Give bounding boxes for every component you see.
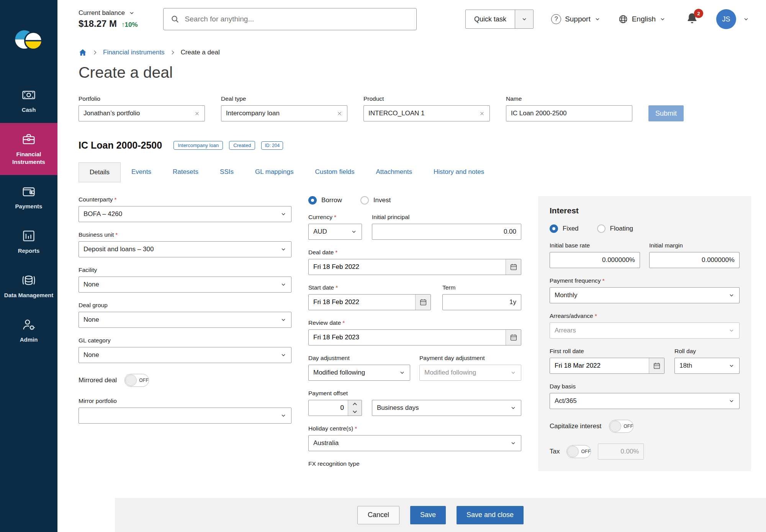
deal-date-input[interactable] [309, 259, 506, 275]
currency-select[interactable]: AUD [308, 224, 362, 240]
quick-task-dropdown[interactable] [515, 10, 533, 28]
business-unit-select[interactable]: Deposit and loans – 300 [79, 241, 291, 257]
save-button[interactable]: Save [410, 506, 446, 524]
language-menu[interactable]: English [618, 14, 666, 24]
sidebar-item-admin[interactable]: Admin [0, 308, 57, 353]
submit-button[interactable]: Submit [648, 105, 684, 121]
portfolio-value: Jonathan’s portfolio [83, 110, 140, 117]
initial-principal-input[interactable] [372, 224, 521, 240]
notification-badge: 2 [694, 9, 703, 18]
facility-select[interactable]: None [79, 277, 291, 293]
mirrored-deal-toggle[interactable]: OFF [124, 374, 149, 387]
arrears-advance-value: Arrears [555, 327, 576, 334]
product-combobox[interactable]: INTERCO_LOAN 1 [363, 105, 490, 121]
balance-value: $18.27 M [79, 18, 117, 29]
fixed-radio[interactable]: Fixed [550, 224, 579, 233]
wallet-icon [21, 184, 36, 199]
details-middle-column: Borrow Invest Currency* AUD [308, 196, 521, 467]
account-menu-chevron-icon[interactable] [743, 16, 749, 22]
clear-icon[interactable] [194, 111, 200, 116]
notifications-button[interactable]: 2 [686, 12, 699, 26]
stepper-up-icon[interactable] [348, 400, 362, 408]
tab-gl-mappings[interactable]: GL mappings [244, 162, 304, 182]
borrow-radio[interactable]: Borrow [308, 196, 342, 205]
home-breadcrumb[interactable] [79, 48, 87, 57]
support-menu[interactable]: Support [551, 14, 601, 24]
review-date-field [308, 329, 521, 345]
tab-ratesets[interactable]: Ratesets [162, 162, 209, 182]
chevron-down-icon [280, 413, 286, 419]
payment-offset-input[interactable] [309, 400, 348, 416]
payment-day-adjustment-select-disabled: Modified following [419, 365, 521, 381]
initial-base-rate-input[interactable] [550, 252, 640, 268]
capitalize-interest-toggle[interactable]: OFF [609, 420, 633, 433]
sidebar-item-reports[interactable]: Reports [0, 219, 57, 264]
payment-frequency-label: Payment frequency* [550, 277, 740, 284]
tab-history-and-notes[interactable]: History and notes [423, 162, 495, 182]
radio-checked-icon [550, 224, 558, 233]
roll-day-value: 18th [679, 362, 692, 370]
holiday-centres-value: Australia [313, 439, 339, 447]
name-input[interactable] [506, 105, 632, 121]
quick-task-button[interactable]: Quick task [466, 10, 515, 28]
tab-attachments[interactable]: Attachments [365, 162, 423, 182]
review-date-input[interactable] [309, 330, 506, 345]
bottom-action-bar: Cancel Save Save and close [115, 498, 766, 532]
chevron-down-icon [728, 327, 735, 334]
sidebar-item-financial-instruments[interactable]: Financial Instruments [0, 123, 57, 175]
start-date-input[interactable] [309, 295, 415, 310]
day-basis-value: Act/365 [555, 397, 577, 405]
sidebar-item-data-management[interactable]: Data Management [0, 264, 57, 308]
payment-frequency-select[interactable]: Monthly [550, 287, 740, 303]
gl-category-select[interactable]: None [79, 347, 291, 363]
calendar-button[interactable] [649, 358, 664, 373]
offset-unit-select[interactable]: Business days [372, 400, 521, 416]
create-deal-form-row: Portfolio Jonathan’s portfolio Deal type… [79, 95, 749, 121]
sidebar-item-cash[interactable]: Cash [0, 79, 57, 123]
deal-type-combobox[interactable]: Intercompany loan [221, 105, 347, 121]
deal-group-select[interactable]: None [79, 312, 291, 328]
balance-change: ↑10% [121, 21, 138, 29]
search-input[interactable] [185, 15, 409, 23]
rate-type-radio-group: Fixed Floating [550, 224, 740, 233]
counterparty-select[interactable]: BOFA – 4260 [79, 206, 291, 222]
calendar-button[interactable] [506, 259, 521, 275]
invest-radio[interactable]: Invest [360, 196, 391, 205]
roll-day-select[interactable]: 18th [674, 358, 740, 374]
chevron-down-icon [728, 292, 735, 298]
cancel-button[interactable]: Cancel [357, 506, 399, 524]
first-roll-date-input[interactable] [550, 358, 649, 373]
calendar-button[interactable] [415, 295, 430, 310]
tab-ssis[interactable]: SSIs [209, 162, 244, 182]
day-adjustment-select[interactable]: Modified following [308, 365, 410, 381]
clear-icon[interactable] [479, 111, 485, 116]
clear-icon[interactable] [337, 111, 342, 116]
calendar-button[interactable] [506, 330, 521, 345]
day-basis-select[interactable]: Act/365 [550, 393, 740, 409]
tab-custom-fields[interactable]: Custom fields [304, 162, 365, 182]
balance-label-row[interactable]: Current balance [79, 9, 138, 17]
tax-toggle[interactable]: OFF [566, 445, 591, 458]
save-and-close-button[interactable]: Save and close [457, 506, 524, 524]
tab-events[interactable]: Events [121, 162, 162, 182]
fixed-label: Fixed [563, 225, 579, 232]
term-input[interactable] [442, 294, 521, 310]
mirror-portfolio-select[interactable] [79, 408, 291, 424]
deal-group-label: Deal group [79, 302, 291, 309]
chevron-down-icon [280, 282, 286, 288]
breadcrumb-link[interactable]: Financial instruments [103, 49, 165, 56]
currency-value: AUD [313, 228, 327, 236]
tab-details[interactable]: Details [79, 162, 121, 182]
details-left-column: Counterparty* BOFA – 4260 Business unit*… [79, 196, 291, 433]
avatar[interactable]: JS [716, 9, 736, 29]
initial-margin-input[interactable] [649, 252, 740, 268]
sidebar-item-payments[interactable]: Payments [0, 175, 57, 219]
main-area: Current balance $18.27 M ↑10% Quick task… [57, 0, 766, 532]
stepper-down-icon[interactable] [348, 408, 362, 416]
portfolio-combobox[interactable]: Jonathan’s portfolio [79, 105, 205, 121]
briefcase-icon [21, 132, 36, 147]
floating-radio[interactable]: Floating [597, 224, 633, 233]
holiday-centres-select[interactable]: Australia [308, 435, 521, 451]
borrow-label: Borrow [321, 196, 342, 204]
page-content: Financial instruments Create a deal Crea… [57, 48, 766, 471]
